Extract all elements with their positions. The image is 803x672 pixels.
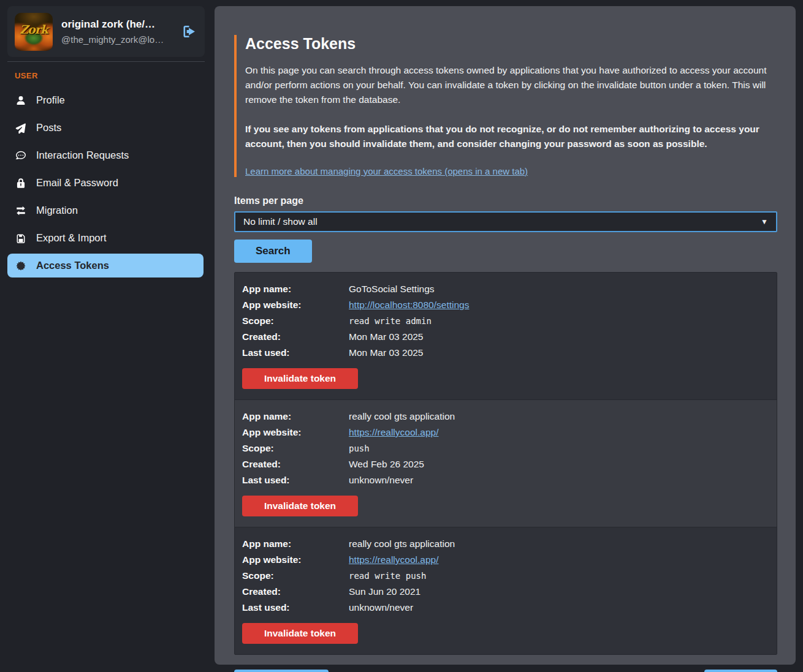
app-name-value: GoToSocial Settings xyxy=(349,281,769,297)
token-row-scope: Scope: read write push xyxy=(242,568,769,584)
access-tokens-section: Access Tokens On this page you can searc… xyxy=(234,35,777,177)
sidebar-item-posts[interactable]: Posts xyxy=(7,116,204,140)
search-button[interactable]: Search xyxy=(234,240,312,263)
sidebar-item-label: Email & Password xyxy=(36,177,118,189)
certificate-icon xyxy=(15,260,27,271)
avatar: Zork xyxy=(15,13,53,51)
token-row-last-used: Last used: unknown/never xyxy=(242,600,769,616)
token-row-app-website: App website: http://localhost:8080/setti… xyxy=(242,297,769,313)
field-label: Scope: xyxy=(242,440,349,456)
pagination: Previous page Next page xyxy=(234,670,777,672)
page-description: On this page you can search through acce… xyxy=(245,63,777,107)
token-row-last-used: Last used: unknown/never xyxy=(242,472,769,488)
previous-page-button[interactable]: Previous page xyxy=(234,670,329,672)
sidebar-item-label: Posts xyxy=(36,122,61,134)
sidebar-item-label: Access Tokens xyxy=(36,260,109,271)
token-entry: App name: GoToSocial Settings App websit… xyxy=(235,273,777,399)
field-label: Created: xyxy=(242,456,349,472)
lock-icon xyxy=(15,178,27,189)
field-label: Scope: xyxy=(242,568,349,584)
token-row-created: Created: Sun Jun 20 2021 xyxy=(242,584,769,600)
field-label: Created: xyxy=(242,584,349,600)
comment-dots-icon xyxy=(15,150,27,161)
display-name: original zork (he/… xyxy=(61,18,172,31)
last-used-value: unknown/never xyxy=(349,472,769,488)
token-row-created: Created: Wed Feb 26 2025 xyxy=(242,456,769,472)
warning-text: If you see any tokens from applications … xyxy=(245,122,777,151)
sidebar-section-label: USER xyxy=(15,71,215,80)
sidebar-item-email-password[interactable]: Email & Password xyxy=(7,171,204,195)
sign-out-icon[interactable] xyxy=(181,23,197,40)
token-row-scope: Scope: push xyxy=(242,440,769,456)
sidebar-item-profile[interactable]: Profile xyxy=(7,88,204,112)
sidebar-item-interaction-requests[interactable]: Interaction Requests xyxy=(7,143,204,167)
user-info: original zork (he/… @the_mighty_zork@lo… xyxy=(61,18,172,45)
floppy-disk-icon xyxy=(15,233,27,244)
token-row-app-name: App name: GoToSocial Settings xyxy=(242,281,769,297)
last-used-value: unknown/never xyxy=(349,600,769,616)
token-list: App name: GoToSocial Settings App websit… xyxy=(234,272,777,655)
page-title: Access Tokens xyxy=(245,35,777,53)
arrows-left-right-icon xyxy=(15,205,27,216)
scope-value: push xyxy=(349,440,769,456)
token-row-last-used: Last used: Mon Mar 03 2025 xyxy=(242,345,769,361)
next-page-button[interactable]: Next page xyxy=(704,670,777,672)
sidebar-item-label: Migration xyxy=(36,205,78,216)
token-row-scope: Scope: read write admin xyxy=(242,313,769,329)
field-label: App website: xyxy=(242,297,349,313)
token-row-app-website: App website: https://reallycool.app/ xyxy=(242,425,769,440)
field-label: App website: xyxy=(242,425,349,440)
token-row-created: Created: Mon Mar 03 2025 xyxy=(242,329,769,345)
sidebar-item-migration[interactable]: Migration xyxy=(7,198,204,222)
user-card[interactable]: Zork original zork (he/… @the_mighty_zor… xyxy=(7,6,205,57)
chevron-down-icon: ▼ xyxy=(761,217,768,226)
created-value: Wed Feb 26 2025 xyxy=(349,456,769,472)
sidebar-item-label: Interaction Requests xyxy=(36,149,129,161)
sidebar-nav: Profile Posts Interaction Requests xyxy=(0,86,215,279)
token-entry: App name: really cool gts application Ap… xyxy=(235,399,777,527)
token-row-app-name: App name: really cool gts application xyxy=(242,536,769,552)
field-label: App name: xyxy=(242,281,349,297)
scope-value: read write admin xyxy=(349,313,769,329)
field-label: Last used: xyxy=(242,345,349,361)
items-per-page-label: Items per page xyxy=(234,195,777,206)
app-name-value: really cool gts application xyxy=(349,536,769,552)
field-label: Created: xyxy=(242,329,349,345)
field-label: App name: xyxy=(242,536,349,552)
token-entry: App name: really cool gts application Ap… xyxy=(235,527,777,654)
field-label: App name: xyxy=(242,409,349,425)
items-per-page-select[interactable]: No limit / show all ▼ xyxy=(234,211,777,232)
field-label: Scope: xyxy=(242,313,349,329)
items-per-page-field: Items per page No limit / show all ▼ Sea… xyxy=(234,195,777,263)
field-label: Last used: xyxy=(242,600,349,616)
sidebar-item-export-import[interactable]: Export & Import xyxy=(7,226,204,250)
last-used-value: Mon Mar 03 2025 xyxy=(349,345,769,361)
avatar-art-text: Zork xyxy=(15,23,53,36)
sidebar-item-label: Export & Import xyxy=(36,232,107,244)
field-label: App website: xyxy=(242,552,349,568)
token-row-app-website: App website: https://reallycool.app/ xyxy=(242,552,769,568)
token-row-app-name: App name: really cool gts application xyxy=(242,409,769,425)
sidebar-divider xyxy=(7,61,205,62)
created-value: Mon Mar 03 2025 xyxy=(349,329,769,345)
invalidate-token-button[interactable]: Invalidate token xyxy=(242,496,358,516)
app-website-link[interactable]: http://localhost:8080/settings xyxy=(349,297,469,313)
sidebar-item-label: Profile xyxy=(36,94,65,106)
invalidate-token-button[interactable]: Invalidate token xyxy=(242,623,358,644)
app-website-link[interactable]: https://reallycool.app/ xyxy=(349,425,438,440)
user-icon xyxy=(15,95,27,106)
invalidate-token-button[interactable]: Invalidate token xyxy=(242,368,358,389)
app-name-value: really cool gts application xyxy=(349,409,769,425)
sidebar-item-access-tokens[interactable]: Access Tokens xyxy=(7,254,204,277)
created-value: Sun Jun 20 2021 xyxy=(349,584,769,600)
scope-value: read write push xyxy=(349,568,769,584)
user-handle: @the_mighty_zork@lo… xyxy=(61,34,172,45)
select-value: No limit / show all xyxy=(243,216,318,227)
paper-plane-icon xyxy=(15,123,27,134)
field-label: Last used: xyxy=(242,472,349,488)
app-website-link[interactable]: https://reallycool.app/ xyxy=(349,552,438,568)
sidebar: Zork original zork (he/… @the_mighty_zor… xyxy=(0,0,215,672)
settings-panel: Access Tokens On this page you can searc… xyxy=(215,6,796,665)
learn-more-link[interactable]: Learn more about managing your access to… xyxy=(245,166,528,176)
